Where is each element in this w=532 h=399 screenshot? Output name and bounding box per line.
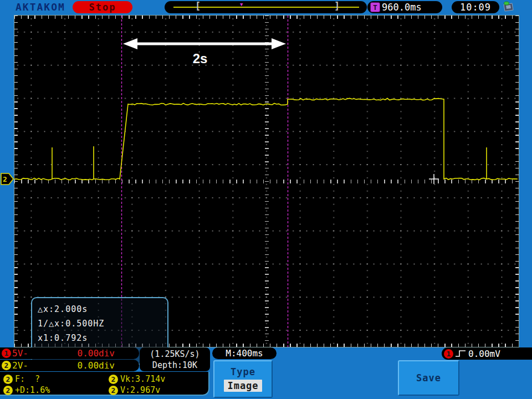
measure-ch-badge: 2	[3, 375, 13, 384]
channel1-scale: 5V-	[12, 348, 28, 359]
trigger-status-readout: 1 0.00mV	[442, 347, 532, 360]
channel1-badge: 1	[2, 349, 11, 358]
cursor-x1-readout: x1:0.792s	[38, 331, 162, 345]
channel2-position-flag[interactable]: 2	[1, 173, 14, 185]
horizontal-position-bar[interactable]: [ ] ▼	[165, 1, 367, 13]
measure-ch-badge: 2	[109, 375, 118, 384]
trigger-time-value: 960.0ms	[382, 2, 422, 13]
measure-v: 2 V:2.967v	[109, 385, 160, 396]
save-button[interactable]: Save	[398, 360, 459, 396]
clock-readout: 10:09	[452, 1, 499, 13]
measure-ch-badge: 2	[3, 386, 13, 395]
memory-bar-line	[173, 7, 359, 8]
measurement-panel: 2 F: ? 2 Vk:3.714v 2 +D:1.6% 2 V:2.967v	[0, 372, 209, 396]
window-right-bracket: ]	[334, 1, 340, 12]
waveform-display-area: 2s △x:2.000s 1/△x:0.500HZ x1:0.792s x2:-…	[14, 15, 519, 347]
measure-ch-badge: 2	[109, 386, 118, 395]
sample-rate-readout: (1.25KS/s)	[150, 349, 200, 360]
trigger-badge-icon: T	[370, 2, 380, 12]
channel1-offset: 0.00div	[78, 348, 115, 359]
time-annotation-label: 2s	[178, 51, 222, 66]
acquisition-info-panel: (1.25KS/s) Depth:10K	[140, 347, 210, 371]
svg-text:2: 2	[3, 175, 7, 183]
rising-edge-icon	[455, 349, 466, 358]
run-stop-button[interactable]: Stop	[73, 1, 132, 13]
window-left-bracket: [	[195, 1, 201, 12]
channel2-scale: 2V-	[12, 360, 28, 371]
timebase-readout: M:400ms	[212, 347, 277, 359]
memory-depth-readout: Depth:10K	[152, 360, 197, 371]
channel2-badge: 2	[2, 361, 11, 370]
channel1-status-row: 1 5V- 0.00div	[0, 347, 139, 359]
brand-logo: AKTAKOM	[16, 1, 65, 13]
cursor-freq-readout: 1/△x:0.500HZ	[38, 316, 162, 331]
type-menu-label: Type	[231, 366, 255, 377]
storage-disk-icon	[502, 1, 514, 12]
measure-duty: 2 +D:1.6%	[3, 385, 50, 396]
measure-frequency: 2 F: ?	[3, 374, 40, 385]
channel2-status-row: 2 2V- 0.00div	[0, 360, 139, 371]
type-menu-button[interactable]: Type Image	[213, 360, 273, 398]
trigger-source-badge: 1	[444, 349, 453, 359]
run-state-label: Stop	[89, 2, 116, 13]
trigger-level-value: 0.00mV	[468, 349, 500, 359]
type-menu-value: Image	[224, 380, 262, 392]
measure-vk: 2 Vk:3.714v	[109, 374, 165, 385]
oscilloscope-screen: AKTAKOM Stop [ ] ▼ T 960.0ms 10:09 2s △x…	[0, 0, 532, 399]
trigger-time-readout: T 960.0ms	[367, 1, 442, 13]
channel2-offset: 0.00div	[78, 360, 115, 371]
trigger-position-marker-icon: ▼	[240, 2, 243, 7]
save-button-label: Save	[416, 372, 441, 383]
cursor-dx-readout: △x:2.000s	[38, 302, 162, 316]
